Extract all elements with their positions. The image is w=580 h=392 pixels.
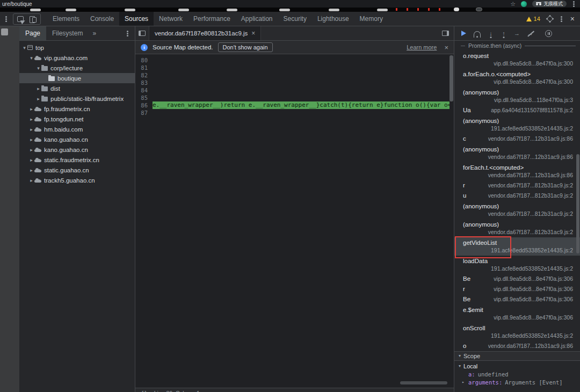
stack-frame[interactable]: getVideoList191.acfe8edd533852e14435.js:… [454,237,580,256]
stack-frame[interactable]: forEach.t.<computed>vendor.da67f187...12… [454,162,580,180]
scope-local-row[interactable]: ▾ Local [454,361,580,370]
callstack-scrollbar[interactable] [576,154,579,253]
settings-gear-icon[interactable] [547,16,553,21]
step-out-icon[interactable]: ↑ [501,31,506,36]
pretty-print-button[interactable]: {} [141,390,148,392]
stack-frame[interactable]: (anonymous)vendor.da67f187...812b31ac9.j… [454,219,580,237]
stack-frame[interactable]: o.requestvip.dll.9ea5dc8...8e47f0a.js:30… [454,50,580,69]
tab-lighthouse[interactable]: Lighthouse [312,12,354,26]
tree-item[interactable]: ▸fp.tongdun.net [19,114,135,124]
panel-toggle-icon[interactable] [442,31,449,36]
step-over-icon[interactable] [474,31,481,36]
stack-frame[interactable]: rvip.dll.9ea5dc8...8e47f0a.js:306 [454,284,580,294]
stack-frame[interactable]: onScroll191.acfe8edd533852e14435.js:2 [454,323,580,341]
disclosure-arrow-icon[interactable]: ▸ [28,168,34,173]
step-into-icon[interactable]: ↓ [488,31,494,36]
close-tab-icon[interactable]: × [251,30,255,37]
warnings-badge[interactable]: 14 [526,16,540,22]
scope-variable[interactable]: a:undefined [454,370,580,378]
disclosure-arrow-icon[interactable]: ▸ [28,117,34,122]
stack-frame[interactable]: uvendor.da67f187...812b31ac9.js:2 [454,191,580,201]
editor-vertical-scrollbar[interactable] [450,55,453,101]
disclosure-arrow-icon[interactable]: ▸ [28,137,34,142]
editor-horizontal-scrollbar[interactable] [400,381,447,384]
tree-item[interactable]: ▸dist [19,83,135,93]
tree-item[interactable]: ▸static.guahao.cn [19,165,135,175]
tree-item[interactable]: ▾corp/lecture [19,63,135,73]
tree-item[interactable]: ▸hm.baidu.com [19,124,135,134]
chevron-right-icon[interactable]: ▸ [462,380,465,384]
device-toolbar-icon[interactable] [30,16,37,23]
tree-item[interactable]: ▸kano.guahao.cn [19,144,135,155]
stack-frame[interactable]: rvendor.da67f187...812b31ac9.js:2 [454,180,580,191]
disclosure-arrow-icon[interactable]: ▸ [28,157,34,163]
stack-frame[interactable]: (anonymous)vendor.da67f187...12b31ac9.js… [454,144,580,162]
code-line[interactable]: 82 [135,71,454,79]
close-devtools-icon[interactable]: × [570,15,575,23]
tab-network[interactable]: Network [154,12,188,26]
code-line[interactable]: 87 [135,109,454,117]
browser-menu-dots-icon[interactable] [573,3,575,5]
tree-item[interactable]: ▾top [19,42,135,53]
tab-console[interactable]: Console [85,12,119,26]
tree-item[interactable]: ▸public/static-lib/fraudmetrix [19,93,135,104]
code-line[interactable]: 85 [135,94,454,101]
stack-frame[interactable]: loadData191.acfe8edd533852e14435.js:2 [454,256,580,274]
disclosure-arrow-icon[interactable]: ▸ [35,96,41,101]
stack-frame[interactable]: Bevip.dll.9ea5dc8...8e47f0a.js:306 [454,294,580,304]
code-line[interactable]: 84 [135,86,454,94]
code-line[interactable]: 86e.__raven_wrapper__)return e.__raven_w… [135,101,454,109]
tab-filesystem[interactable]: Filesystem [46,26,89,40]
code-line[interactable]: 81 [135,64,454,71]
code-line[interactable]: 83 [135,79,454,86]
stack-frame[interactable]: (anonymous)vendor.da67f187...812b31ac9.j… [454,201,580,219]
tab-page[interactable]: Page [19,26,46,40]
disclosure-arrow-icon[interactable]: ▸ [28,106,34,112]
disclosure-arrow-icon[interactable]: ▾ [28,55,34,61]
stack-frame[interactable]: Bevip.dll.9ea5dc8...8e47f0a.js:306 [454,274,580,284]
step-icon[interactable]: → [514,31,520,37]
devtools-menu-dots-icon[interactable] [561,18,562,20]
navigator-toggle[interactable] [135,26,149,40]
resume-script-icon[interactable] [461,31,466,36]
disclosure-arrow-icon[interactable]: ▾ [21,45,27,50]
stack-frame[interactable]: a.forEach.o.<computed>vip.dll.9ea5dc8...… [454,69,580,87]
stack-frame[interactable]: (anonymous)191.acfe8edd533852e14435.js:2 [454,115,580,134]
tab-security[interactable]: Security [278,12,312,26]
dismiss-infobar-icon[interactable]: × [444,44,448,51]
tab-performance[interactable]: Performance [188,12,236,26]
tree-item[interactable]: ▾vip.guahao.com [19,53,135,63]
disclosure-arrow-icon[interactable]: ▸ [28,178,34,183]
more-tabs-chevron[interactable]: » [89,30,100,37]
bookmark-star-icon[interactable]: ☆ [510,1,516,7]
tab-memory[interactable]: Memory [354,12,388,26]
disclosure-arrow-icon[interactable]: ▸ [28,127,34,132]
disclosure-arrow-icon[interactable]: ▸ [28,147,34,153]
disclosure-arrow-icon[interactable]: ▸ [35,86,41,91]
tree-item[interactable]: ▸static.fraudmetrix.cn [19,155,135,165]
stack-frame[interactable]: ovendor.da67f187...12b31ac9.js:86 [454,341,580,351]
pause-on-exceptions-icon[interactable] [545,30,552,37]
avatar[interactable] [521,1,527,7]
menu-dots-icon[interactable] [5,18,7,20]
code-line[interactable]: 80 [135,56,454,64]
stack-frame[interactable]: e.$emitvip.dll.9ea5dc8...8e47f0a.js:306 [454,304,580,323]
navigator-menu-dots-icon[interactable] [127,33,128,34]
tree-item[interactable]: boutique [19,73,135,83]
scope-variable[interactable]: ▸arguments:Arguments [Event] [454,378,580,386]
deactivate-breakpoints-icon[interactable]: → [527,31,534,37]
code-editor[interactable]: 80818283848586e.__raven_wrapper__)return… [135,54,454,392]
dont-show-again-button[interactable]: Don't show again [218,42,273,52]
stack-frame[interactable]: Uaapp.6a404d1315078f811578.js:2 [454,105,580,115]
tab-application[interactable]: Application [236,12,278,26]
learn-more-link[interactable]: Learn more [407,44,437,50]
tree-item[interactable]: ▸trackh5.guahao.cn [19,175,135,185]
tree-item[interactable]: ▸fp.fraudmetrix.cn [19,104,135,114]
scope-section-header[interactable]: ▾ Scope [454,351,580,361]
tab-sources[interactable]: Sources [119,12,154,26]
disclosure-arrow-icon[interactable]: ▾ [35,66,41,71]
editor-tab[interactable]: vendor.da67f187e80812b31ac9.js × [149,26,261,40]
stack-frame[interactable]: (anonymous)vip.dll.9ea5dc8...118e47f0a.j… [454,87,580,105]
stack-frame[interactable]: cvendor.da67f187...12b31ac9.js:86 [454,134,580,144]
tree-item[interactable]: ▸kano.guahao.cn [19,134,135,144]
